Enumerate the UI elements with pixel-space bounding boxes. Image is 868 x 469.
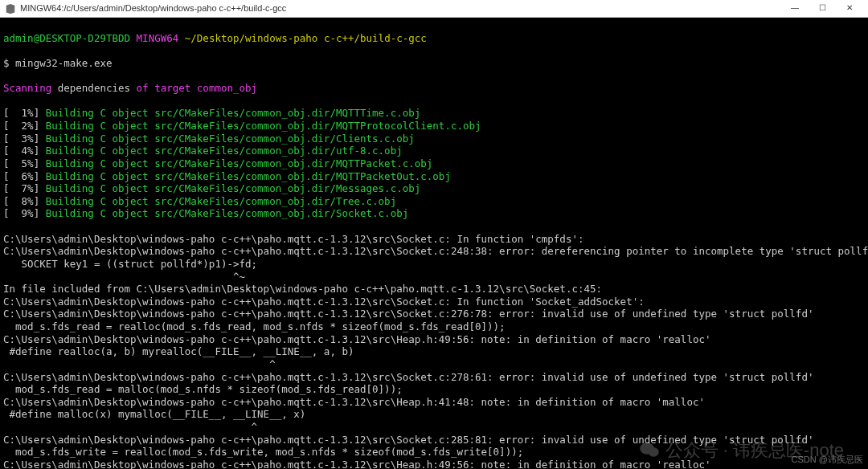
close-button[interactable]: ✕ [836,0,863,18]
build-percent: [ 6%] [3,170,46,182]
build-line: [ 9%] Building C object src/CMakeFiles/c… [3,207,865,220]
build-percent: [ 1%] [3,107,46,119]
build-percent: [ 4%] [3,145,46,157]
build-message: Building C object src/CMakeFiles/common_… [46,107,421,119]
build-message: Building C object src/CMakeFiles/common_… [46,120,481,132]
entered-command: mingw32-make.exe [15,57,112,69]
compiler-line: #define realloc(a, b) myrealloc(__FILE__… [3,345,865,358]
build-percent: [ 7%] [3,182,46,194]
scan-line: Scanning dependencies of target common_o… [3,82,865,95]
compiler-line: C:\Users\admin\Desktop\windows-paho c-c+… [3,233,865,246]
window-title: MINGW64:/c/Users/admin/Desktop/windows-p… [20,3,781,14]
prompt-user-host: admin@DESKTOP-D29TBDD [3,32,130,44]
prompt-path: ~/Desktop/windows-paho c-c++/build-c-gcc [178,32,427,44]
compiler-line: In file included from C:\Users\admin\Des… [3,283,865,296]
compiler-line: mod_s.fds_read = realloc(mod_s.fds_read,… [3,320,865,333]
error-lines: C:\Users\admin\Desktop\windows-paho c-c+… [3,233,865,469]
build-line: [ 4%] Building C object src/CMakeFiles/c… [3,145,865,157]
prompt-env: MINGW64 [137,32,179,44]
build-percent: [ 2%] [3,120,46,132]
build-line: [ 2%] Building C object src/CMakeFiles/c… [3,120,865,133]
compiler-line: C:\Users\admin\Desktop\windows-paho c-c+… [3,308,865,320]
build-percent: [ 9%] [3,207,46,219]
compiler-line: ^~ [3,271,865,283]
compiler-line: C:\Users\admin\Desktop\windows-paho c-c+… [3,296,865,308]
build-line: [ 6%] Building C object src/CMakeFiles/c… [3,170,865,183]
scan-b: dependencies [51,82,136,94]
build-percent: [ 5%] [3,157,46,169]
compiler-line: SOCKET key1 = ((struct pollfd*)p1)->fd; [3,258,865,271]
terminal-output[interactable]: admin@DESKTOP-D29TBDD MINGW64 ~/Desktop/… [0,18,868,469]
compiler-line: ^ [3,358,865,371]
build-line: [ 5%] Building C object src/CMakeFiles/c… [3,157,865,170]
compiler-line: C:\Users\admin\Desktop\windows-paho c-c+… [3,333,865,346]
build-line: [ 1%] Building C object src/CMakeFiles/c… [3,107,865,120]
scan-a: Scanning [3,82,51,94]
build-percent: [ 8%] [3,195,46,207]
scan-c: of target common_obj [137,82,258,94]
compiler-line: C:\Users\admin\Desktop\windows-paho c-c+… [3,245,865,258]
command-line: $ mingw32-make.exe [3,57,865,70]
build-message: Building C object src/CMakeFiles/common_… [46,145,403,157]
build-message: Building C object src/CMakeFiles/common_… [46,195,397,207]
build-message: Building C object src/CMakeFiles/common_… [46,170,451,182]
build-line: [ 3%] Building C object src/CMakeFiles/c… [3,133,865,145]
compiler-line: mod_s.fds_write = realloc(mod_s.fds_writ… [3,446,865,459]
compiler-line: C:\Users\admin\Desktop\windows-paho c-c+… [3,396,865,409]
build-percent: [ 3%] [3,133,46,145]
minimize-button[interactable]: — [781,0,809,18]
compiler-line: #define malloc(x) mymalloc(__FILE__, __L… [3,408,865,421]
build-line: [ 7%] Building C object src/CMakeFiles/c… [3,182,865,195]
maximize-button[interactable]: ☐ [809,0,836,18]
compiler-line: ^ [3,421,865,434]
prompt-line: admin@DESKTOP-D29TBDD MINGW64 ~/Desktop/… [3,32,865,45]
compiler-line: C:\Users\admin\Desktop\windows-paho c-c+… [3,371,865,384]
build-message: Building C object src/CMakeFiles/common_… [46,182,421,194]
build-lines: [ 1%] Building C object src/CMakeFiles/c… [3,107,865,220]
build-message: Building C object src/CMakeFiles/common_… [46,133,415,145]
compiler-line: C:\Users\admin\Desktop\windows-paho c-c+… [3,459,865,469]
compiler-line: mod_s.fds_read = malloc(mod_s.nfds * siz… [3,383,865,396]
build-message: Building C object src/CMakeFiles/common_… [46,157,433,169]
window-controls: — ☐ ✕ [781,0,863,18]
mingw-icon [5,3,16,14]
compiler-line: C:\Users\admin\Desktop\windows-paho c-c+… [3,434,865,447]
title-bar: MINGW64:/c/Users/admin/Desktop/windows-p… [0,0,868,18]
build-message: Building C object src/CMakeFiles/common_… [46,207,409,219]
build-line: [ 8%] Building C object src/CMakeFiles/c… [3,195,865,208]
